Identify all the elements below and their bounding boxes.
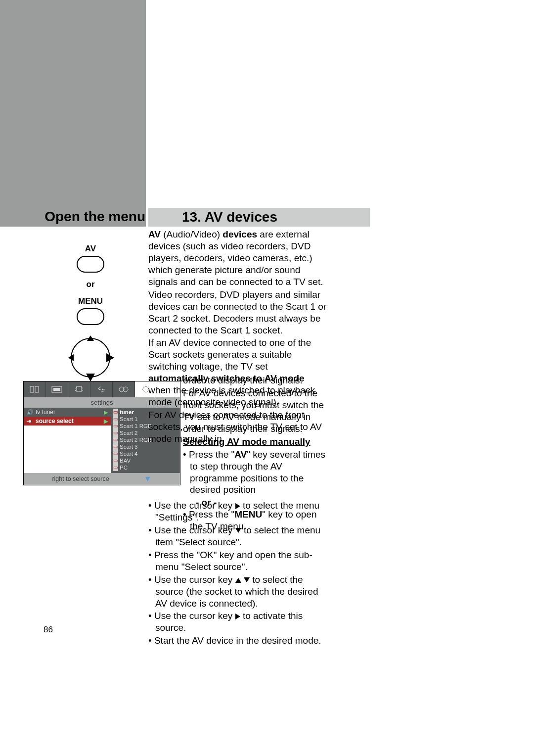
or-label: or — [54, 280, 127, 289]
left-arrow-icon — [68, 354, 74, 361]
source-icon: ▭ — [113, 409, 118, 416]
osd-tab-icon — [90, 381, 113, 397]
osd-tab-icon — [46, 381, 68, 397]
av-key-label: AV — [54, 244, 127, 254]
menu-key-icon — [77, 308, 104, 325]
paragraph: order to display their signals. — [183, 375, 328, 386]
section-title: 13. AV devices — [148, 208, 370, 227]
svg-rect-0 — [30, 386, 34, 392]
section-title-text: 13. AV devices — [182, 209, 277, 225]
svg-point-5 — [99, 389, 101, 390]
right-arrow-icon — [235, 503, 240, 509]
text: Press the " — [189, 449, 234, 460]
source-icon: ▭ — [113, 436, 118, 443]
right-arrow-icon — [235, 614, 240, 619]
osd-footer-text: right to select source — [52, 475, 109, 482]
text: (Audio/Video) — [161, 229, 222, 239]
bullet: Use the cursor key to activate this sour… — [148, 610, 328, 634]
source-icon: ▭ — [113, 450, 118, 457]
osd-source-label: Scart 1 RGB — [120, 423, 152, 429]
osd-source-label: tuner — [120, 409, 134, 416]
svg-rect-1 — [35, 386, 39, 392]
down-arrow-icon: ▼ — [144, 474, 152, 483]
source-icon: ▭ — [113, 464, 118, 471]
paragraph: Video recorders, DVD players and similar… — [148, 289, 328, 336]
page-number: 86 — [44, 625, 53, 635]
input-icon: ⇥ — [27, 418, 34, 425]
osd-row-tvtuner: 🔊 tv tuner ▶ — [24, 408, 111, 417]
chevron-right-icon: ▶ — [104, 418, 108, 425]
source-icon: ▭ — [113, 423, 118, 429]
bullet: Start the AV device in the desired mode. — [148, 635, 328, 647]
av-key-icon — [77, 256, 104, 273]
osd-source-scart4: ▭Scart 4 — [111, 450, 180, 457]
gray-block — [0, 0, 146, 227]
source-icon: ▭ — [113, 443, 118, 450]
lower-bullets: Use the cursor key to select the menu "S… — [148, 500, 328, 648]
osd-left-list: 🔊 tv tuner ▶ ⇥ source select ▶ — [24, 408, 111, 473]
osd-row-label: source select — [36, 418, 74, 425]
source-icon: ▭ — [113, 429, 118, 436]
chevron-right-icon: ▶ — [104, 409, 108, 416]
osd-source-label: Scart 3 — [120, 443, 137, 450]
bullet: Use the cursor key to select the menu it… — [148, 524, 328, 548]
osd-source-label: Scart 2 — [120, 429, 137, 436]
osd-tab-icon — [68, 381, 90, 397]
source-icon: ▭ — [113, 457, 118, 464]
bullet: Use the cursor key to select the source … — [148, 574, 328, 610]
osd-source-label: BAV — [120, 457, 131, 464]
subheading: Selecting AV mode manually — [183, 436, 328, 448]
remote-hint-column: AV or MENU — [54, 244, 127, 378]
osd-source-bav: ▭BAV — [111, 457, 180, 464]
paragraph: For AV devices connected to the front so… — [183, 387, 328, 435]
dpad-icon — [71, 338, 110, 378]
osd-source-label: Scart 4 — [120, 450, 137, 457]
osd-tab-icon — [24, 381, 46, 397]
osd-source-label: Scart 2 RGB — [120, 436, 152, 443]
svg-point-6 — [102, 389, 104, 390]
menu-key-label: MENU — [54, 296, 127, 306]
svg-rect-4 — [77, 386, 82, 391]
osd-source-pc: ▭PC — [111, 464, 180, 471]
text: If an AV device connected to one of the … — [148, 337, 311, 372]
up-arrow-icon — [235, 578, 241, 583]
bold-av: AV — [234, 449, 247, 460]
osd-source-label: Scart 1 — [120, 416, 137, 423]
down-arrow-icon — [86, 374, 95, 381]
osd-row-source-select: ⇥ source select ▶ — [24, 417, 111, 425]
down-arrow-icon — [244, 577, 250, 582]
osd-row-label: tv tuner — [36, 409, 55, 416]
osd-tab-icon — [113, 381, 135, 397]
source-icon: ▭ — [113, 416, 118, 423]
bold-devices: devices — [222, 229, 257, 239]
osd-footer: right to select source ▼ — [24, 473, 180, 485]
down-arrow-icon — [235, 528, 241, 533]
bullet: Press the "OK" key and open the sub-menu… — [148, 549, 328, 573]
up-arrow-icon — [87, 335, 94, 341]
osd-source-label: PC — [120, 464, 128, 471]
bullet: Use the cursor key to select the menu "S… — [148, 500, 328, 523]
speaker-icon: 🔊 — [27, 409, 34, 416]
right-arrow-icon — [106, 353, 114, 362]
bold-av: AV — [148, 229, 161, 239]
open-menu-heading: Open the menu — [29, 209, 145, 225]
svg-rect-3 — [53, 388, 60, 391]
bullet: Press the "AV" key several times to step… — [183, 449, 328, 496]
